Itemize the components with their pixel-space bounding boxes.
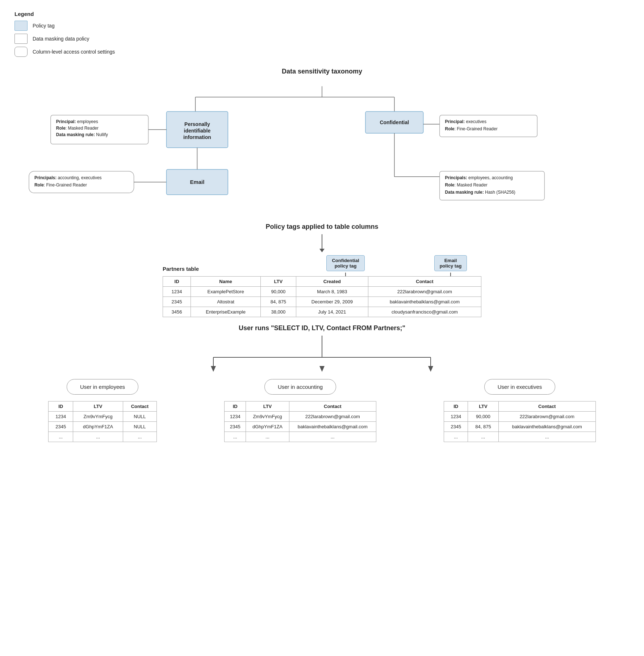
table-row: ... ... ... xyxy=(225,432,376,442)
emp-col-ltv: LTV xyxy=(73,401,123,412)
table-row: 1234 Zm9vYmFycg NULL xyxy=(49,412,157,422)
svg-marker-36 xyxy=(319,366,325,372)
legend-icon-policy-tag xyxy=(14,21,28,31)
executives-table: ID LTV Contact 1234 90,000 222larabrown@… xyxy=(444,401,596,442)
user-accounting-pill: User in accounting xyxy=(264,379,336,395)
legend-label-column-access: Column-level access control settings xyxy=(33,49,115,55)
email-policy-tag-label: Email policy tag xyxy=(434,255,467,271)
table-row: 2345 Altostrat 84, 875 December 29, 2009… xyxy=(163,297,481,307)
svg-text:Data masking rule: Hash (SHA25: Data masking rule: Hash (SHA256) xyxy=(445,190,515,195)
exec-col-id: ID xyxy=(444,401,468,412)
table-row: 3456 EnterpriseExample 38,000 July 14, 2… xyxy=(163,307,481,317)
legend-icon-data-masking xyxy=(14,34,28,44)
legend-item-data-masking: Data masking data policy xyxy=(14,34,630,44)
exec-col-contact: Contact xyxy=(498,401,596,412)
branch-arrows-svg xyxy=(159,336,485,372)
user-results: User in employees ID LTV Contact 1234 Zm… xyxy=(14,379,630,442)
svg-text:Data masking rule: Nullify: Data masking rule: Nullify xyxy=(56,132,108,137)
svg-text:Principal: employees: Principal: employees xyxy=(56,119,98,124)
table-row: 2345 dGhpYmF1ZA NULL xyxy=(49,422,157,432)
branch-arrows xyxy=(14,336,630,372)
svg-text:Role: Masked Reader: Role: Masked Reader xyxy=(445,182,488,188)
svg-text:Email: Email xyxy=(190,179,204,185)
legend: Legend Policy tag Data masking data poli… xyxy=(14,11,630,57)
taxonomy-title: Data sensitivity taxonomy xyxy=(14,68,630,75)
table-row: 2345 dGhpYmF1ZA baklavainthebalklans@gma… xyxy=(225,422,376,432)
legend-item-policy-tag: Policy tag xyxy=(14,21,630,31)
table-row: 1234 ExamplePetStore 90,000 March 8, 198… xyxy=(163,287,481,297)
table-row: 1234 Zm9vYmFycg 222larabrown@gmail.com xyxy=(225,412,376,422)
taxonomy-diagram: Personally identifiable information Conf… xyxy=(14,79,630,216)
legend-icon-column-access xyxy=(14,47,28,57)
user-executives-col: User in executives ID LTV Contact 1234 9… xyxy=(444,379,596,442)
col-ltv: LTV xyxy=(261,277,296,287)
svg-text:Role: Masked Reader: Role: Masked Reader xyxy=(56,126,99,131)
table-row: ... ... ... xyxy=(444,432,596,442)
query-title: User runs "SELECT ID, LTV, Contact FROM … xyxy=(14,324,630,332)
svg-text:information: information xyxy=(183,134,211,140)
table-row: 1234 90,000 222larabrown@gmail.com xyxy=(444,412,596,422)
acc-col-ltv: LTV xyxy=(246,401,289,412)
svg-text:Role: Fine-Grained Reader: Role: Fine-Grained Reader xyxy=(34,182,87,188)
col-contact: Contact xyxy=(368,277,481,287)
col-created: Created xyxy=(296,277,368,287)
partners-table-label: Partners table xyxy=(163,266,253,275)
col-name: Name xyxy=(191,277,261,287)
svg-marker-35 xyxy=(211,366,216,372)
acc-col-id: ID xyxy=(225,401,246,412)
user-executives-pill: User in executives xyxy=(484,379,556,395)
svg-text:Principals: employees, account: Principals: employees, accounting xyxy=(445,175,513,180)
emp-col-contact: Contact xyxy=(123,401,156,412)
svg-text:Personally: Personally xyxy=(184,121,210,127)
legend-label-data-masking: Data masking data policy xyxy=(33,36,89,42)
user-employees-col: User in employees ID LTV Contact 1234 Zm… xyxy=(48,379,157,442)
table-row: ... ... ... xyxy=(49,432,157,442)
svg-marker-39 xyxy=(428,366,433,372)
acc-col-contact: Contact xyxy=(289,401,376,412)
svg-text:Principal: executives: Principal: executives xyxy=(445,119,486,124)
table-row: 2345 84, 875 baklavainthebalklans@gmail.… xyxy=(444,422,596,432)
taxonomy-svg: Personally identifiable information Conf… xyxy=(14,79,630,216)
policy-tags-title: Policy tags applied to table columns xyxy=(14,223,630,231)
partners-table-section: Partners table Confidential policy tag E… xyxy=(14,255,630,317)
accounting-table: ID LTV Contact 1234 Zm9vYmFycg 222larabr… xyxy=(224,401,376,442)
svg-rect-15 xyxy=(29,171,134,193)
emp-col-id: ID xyxy=(49,401,73,412)
user-accounting-col: User in accounting ID LTV Contact 1234 Z… xyxy=(224,379,376,442)
svg-text:Role: Fine-Grained Reader: Role: Fine-Grained Reader xyxy=(445,126,498,131)
partners-table: ID Name LTV Created Contact 1234 Example… xyxy=(163,276,481,317)
legend-label-policy-tag: Policy tag xyxy=(33,23,55,29)
employees-table: ID LTV Contact 1234 Zm9vYmFycg NULL 2345… xyxy=(48,401,157,442)
exec-col-ltv: LTV xyxy=(468,401,498,412)
svg-text:Confidential: Confidential xyxy=(380,119,409,125)
svg-text:Principals: accounting, execut: Principals: accounting, executives xyxy=(34,175,102,180)
col-id: ID xyxy=(163,277,191,287)
svg-text:identifiable: identifiable xyxy=(184,128,211,134)
confidential-policy-tag-label: Confidential policy tag xyxy=(326,255,364,271)
policy-tags-arrow xyxy=(14,234,630,252)
user-employees-pill: User in employees xyxy=(67,379,138,395)
legend-item-column-access: Column-level access control settings xyxy=(14,47,630,57)
legend-title: Legend xyxy=(14,11,630,17)
